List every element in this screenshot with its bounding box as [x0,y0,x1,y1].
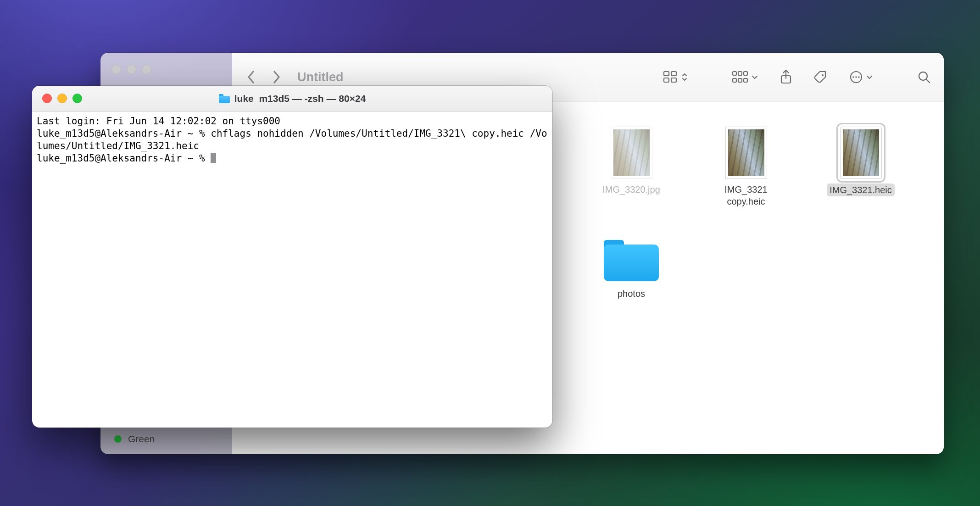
terminal-output[interactable]: Last login: Fri Jun 14 12:02:02 on ttys0… [32,111,552,428]
view-icon-grid-button[interactable] [663,71,688,83]
file-item[interactable]: IMG_3321 copy.heic [705,127,787,207]
minimize-button[interactable] [127,65,136,74]
group-by-button[interactable] [732,71,758,83]
file-item[interactable]: IMG_3321.heic [819,127,902,196]
folder-icon [604,236,659,281]
svg-rect-7 [733,78,736,82]
svg-rect-6 [744,72,747,75]
minimize-button[interactable] [57,94,67,103]
svg-rect-5 [738,72,742,75]
share-button[interactable] [780,69,792,85]
sidebar-tag-green[interactable]: Green [114,434,155,445]
terminal-title: luke_m13d5 — -zsh — 80×24 [32,86,552,111]
finder-traffic-lights [111,65,151,74]
back-button[interactable] [245,68,258,86]
fullscreen-button[interactable] [142,65,151,74]
sidebar-tag-label: Green [128,434,155,445]
fullscreen-button[interactable] [72,94,82,103]
tags-button[interactable] [813,70,828,84]
folder-icon [219,94,230,103]
file-name: IMG_3320.jpg [602,183,660,195]
close-button[interactable] [111,65,121,74]
svg-point-14 [855,76,857,78]
terminal-titlebar[interactable]: luke_m13d5 — -zsh — 80×24 [32,86,552,112]
file-name: IMG_3321 copy.heic [707,183,785,207]
terminal-cursor [211,153,216,163]
svg-rect-9 [744,78,747,82]
terminal-traffic-lights [42,94,82,103]
more-actions-button[interactable] [849,70,873,84]
file-item[interactable]: IMG_3320.jpg [590,127,673,195]
terminal-window: luke_m13d5 — -zsh — 80×24 Last login: Fr… [32,86,552,428]
svg-point-13 [852,76,854,78]
svg-rect-4 [733,72,736,75]
svg-rect-3 [671,78,676,82]
search-button[interactable] [917,70,931,84]
folder-item[interactable]: photos [590,234,673,300]
svg-rect-8 [738,78,742,82]
chevron-down-icon [866,74,873,80]
close-button[interactable] [42,94,52,103]
image-thumbnail-icon [840,127,882,179]
chevron-down-icon [751,74,758,80]
svg-point-15 [858,76,860,78]
svg-point-11 [822,74,824,76]
svg-rect-1 [671,72,676,76]
folder-name: photos [618,288,645,300]
svg-rect-2 [664,78,669,82]
terminal-title-text: luke_m13d5 — -zsh — 80×24 [234,93,366,104]
svg-rect-0 [664,72,669,76]
chevron-up-down-icon [681,72,688,83]
tag-dot-icon [114,435,122,443]
image-thumbnail-icon [725,127,767,179]
image-thumbnail-icon [611,127,652,179]
finder-title: Untitled [297,70,344,84]
file-name: IMG_3321.heic [827,183,895,196]
forward-button[interactable] [270,68,283,86]
